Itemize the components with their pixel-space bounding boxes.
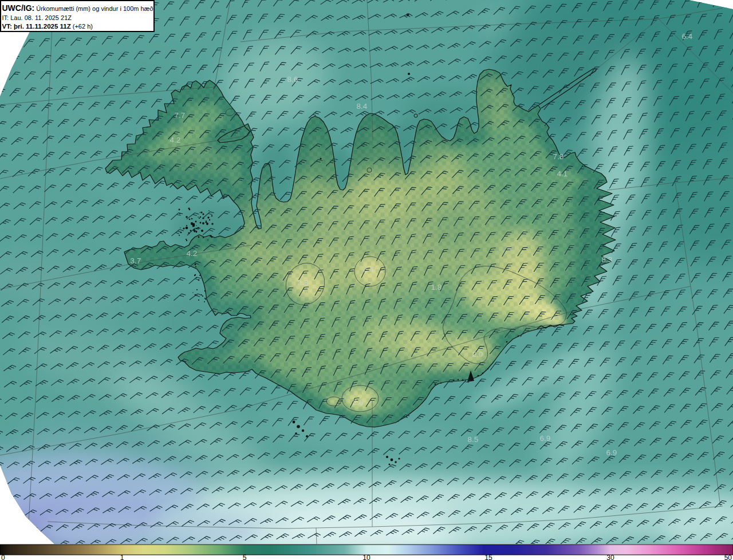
- svg-text:1: 1: [120, 554, 124, 560]
- svg-text:2.6: 2.6: [353, 398, 364, 407]
- svg-text:0: 0: [1, 554, 5, 560]
- svg-text:8.3: 8.3: [602, 255, 613, 264]
- svg-text:50: 50: [724, 554, 732, 560]
- svg-text:4.2: 4.2: [187, 249, 198, 258]
- svg-text:2.8: 2.8: [298, 278, 309, 287]
- svg-text:4.1: 4.1: [557, 169, 568, 178]
- svg-text:8.6: 8.6: [287, 75, 298, 84]
- svg-text:6.4: 6.4: [682, 32, 693, 41]
- svg-text:2.3: 2.3: [363, 265, 374, 273]
- svg-text:IT: Lau. 08. 11. 2025 21Z: IT: Lau. 08. 11. 2025 21Z: [2, 14, 72, 21]
- svg-text:2.0: 2.0: [472, 350, 483, 358]
- svg-text:8.5: 8.5: [468, 435, 479, 444]
- svg-text:7.8: 7.8: [553, 152, 564, 161]
- svg-text:7.7: 7.7: [175, 111, 186, 120]
- svg-text:8.4: 8.4: [357, 102, 368, 111]
- svg-text:4.2: 4.2: [170, 136, 181, 144]
- svg-text:1.8: 1.8: [431, 283, 442, 291]
- svg-text:15: 15: [484, 554, 492, 560]
- svg-text:6.9: 6.9: [606, 448, 617, 457]
- svg-text:3.7: 3.7: [131, 257, 141, 265]
- svg-text:UWC/IG: Úrkomumætti (mm) og vi: UWC/IG: Úrkomumætti (mm) og vindur i 100…: [2, 3, 153, 13]
- svg-text:5: 5: [243, 554, 247, 560]
- svg-text:VT: þri. 11.11.2025 11Z (+62 h: VT: þri. 11.11.2025 11Z (+62 h): [2, 23, 93, 30]
- svg-text:6.9: 6.9: [540, 434, 551, 443]
- svg-text:30: 30: [606, 554, 614, 560]
- svg-text:10: 10: [362, 554, 371, 560]
